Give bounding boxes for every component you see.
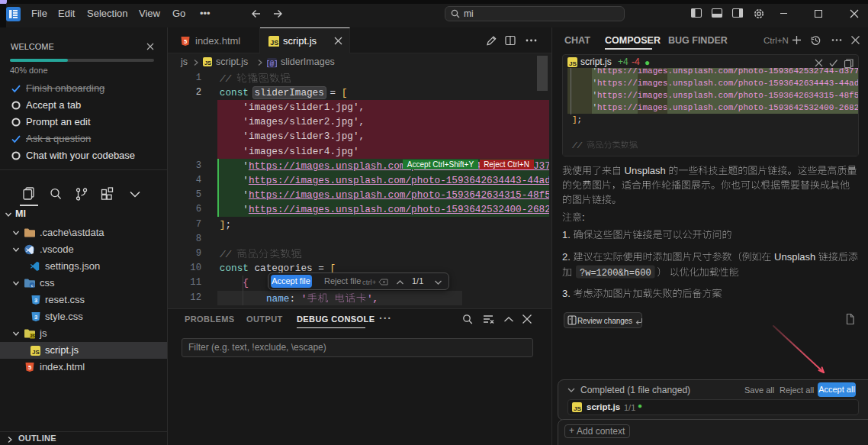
- svg-text:1.: 1.: [562, 229, 573, 240]
- svg-text:JS: JS: [204, 60, 211, 66]
- svg-text:3.: 3.: [562, 288, 573, 299]
- svg-text://: //: [220, 249, 237, 260]
- svg-text:Unsplash: Unsplash: [622, 165, 668, 176]
- svg-text:?w=1200&h=600: ?w=1200&h=600: [580, 268, 651, 279]
- svg-text::: :: [582, 211, 585, 223]
- svg-text:[@]: [@]: [267, 60, 277, 68]
- svg-text:',: ',: [367, 293, 378, 305]
- svg-text://: //: [572, 140, 587, 150]
- svg-text::: :: [289, 293, 301, 305]
- svg-text://: //: [220, 73, 237, 85]
- svg-text:': ': [301, 293, 307, 305]
- svg-text:3: 3: [34, 297, 37, 304]
- svg-text:JS: JS: [32, 349, 40, 356]
- svg-text:JS: JS: [270, 39, 278, 47]
- svg-text:5: 5: [28, 364, 31, 371]
- svg-text:JS: JS: [569, 60, 577, 67]
- svg-text:JS: JS: [574, 405, 581, 412]
- svg-text:2.: 2.: [562, 251, 573, 263]
- svg-text:Unsplash: Unsplash: [772, 251, 818, 263]
- svg-text:JS: JS: [30, 334, 35, 338]
- svg-text:name: name: [266, 293, 289, 305]
- svg-text:c: c: [31, 283, 33, 288]
- svg-text:5: 5: [184, 38, 187, 45]
- svg-text:3: 3: [34, 314, 37, 321]
